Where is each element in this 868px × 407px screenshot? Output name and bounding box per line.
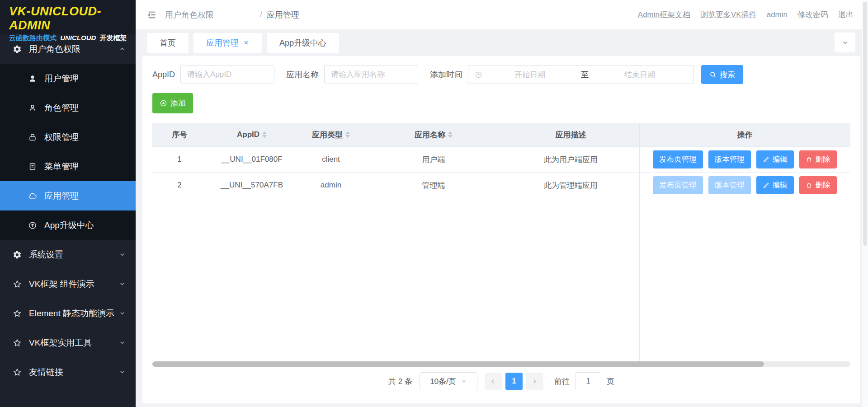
- sidebar-item-label: 角色管理: [44, 102, 79, 114]
- sidebar-item-label: 用户管理: [44, 73, 79, 84]
- sort-icon[interactable]: [345, 131, 350, 138]
- main-area: 用户角色权限 / 应用管理 Admin框架文档 浏览更多VK插件 admin 修…: [136, 0, 868, 407]
- sidebar-item-app-mgmt[interactable]: 应用管理: [0, 181, 136, 211]
- appid-label: AppID: [152, 70, 175, 80]
- horizontal-scrollbar-thumb[interactable]: [152, 361, 764, 367]
- edit-button[interactable]: 编辑: [756, 150, 794, 168]
- col-app-name: 应用名称: [365, 123, 502, 146]
- cell-appid: __UNI__570A7FB: [207, 173, 297, 198]
- admin-doc-link[interactable]: Admin框架文档: [638, 9, 690, 20]
- version-mgmt-button[interactable]: 版本管理: [708, 150, 751, 168]
- sidebar-item-label: 友情链接: [29, 366, 63, 378]
- version-mgmt-button-disabled: 版本管理: [708, 176, 751, 194]
- sidebar-item-user-role-perm[interactable]: 用户角色权限: [0, 34, 136, 64]
- chevron-down-icon: [119, 310, 126, 317]
- sidebar-item-system-settings[interactable]: 系统设置: [0, 240, 136, 269]
- star-icon: [13, 368, 22, 377]
- sidebar-item-label: VK框架实用工具: [29, 337, 92, 349]
- tab-label: 首页: [160, 37, 176, 48]
- total-count: 共 2 条: [388, 376, 412, 387]
- trash-icon: [806, 182, 812, 189]
- header-links: Admin框架文档 浏览更多VK插件 admin 修改密码 退出: [638, 9, 854, 20]
- tab-label: 应用管理: [206, 37, 239, 48]
- page-size-select[interactable]: 10条/页: [420, 372, 477, 390]
- horizontal-scrollbar: [152, 361, 850, 367]
- goto-label: 前往: [554, 376, 570, 387]
- sidebar-item-label: 用户角色权限: [29, 43, 80, 55]
- plus-circle-icon: [160, 99, 167, 107]
- cell-app-name: 管理端: [365, 173, 502, 198]
- table-body: 1 __UNI__01F080F client 用户端 此为用户端应用 发布页管…: [152, 147, 850, 198]
- appid-input[interactable]: [180, 65, 274, 84]
- cloud-icon: [28, 192, 37, 201]
- user-icon: [28, 74, 37, 83]
- date-range-picker[interactable]: 开始日期 至 结束日期: [468, 65, 694, 84]
- edit-button[interactable]: 编辑: [756, 176, 794, 194]
- publish-page-button[interactable]: 发布页管理: [653, 150, 703, 168]
- content-card: AppID 应用名称 添加时间 开始日期 至 结束日期 搜索 添加: [142, 56, 860, 403]
- end-date-placeholder[interactable]: 结束日期: [592, 70, 687, 80]
- sidebar-item-links[interactable]: 友情链接: [0, 357, 136, 387]
- chevron-down-icon: [119, 281, 126, 287]
- star-icon: [13, 338, 22, 347]
- tab-home[interactable]: 首页: [147, 33, 189, 53]
- chevron-down-icon: [841, 39, 849, 47]
- gear-icon: [13, 45, 22, 54]
- app-name-input[interactable]: [324, 65, 418, 84]
- collapse-sidebar-icon[interactable]: [147, 10, 157, 20]
- tab-bar: 首页 应用管理 App升级中心: [136, 29, 868, 56]
- cell-app-name: 用户端: [365, 147, 502, 172]
- clock-icon: [475, 71, 482, 79]
- cell-app-desc: 此为用户端应用: [502, 147, 639, 172]
- sidebar-item-user-mgmt[interactable]: 用户管理: [0, 64, 136, 93]
- sidebar-item-label: VK框架 组件演示: [29, 278, 94, 290]
- upload-circle-icon: [28, 221, 37, 230]
- chevron-down-icon: [461, 378, 467, 384]
- tab-app-mgmt[interactable]: 应用管理: [193, 33, 262, 53]
- change-password-link[interactable]: 修改密码: [797, 9, 828, 20]
- tab-label: App升级中心: [279, 37, 326, 48]
- sort-icon[interactable]: [448, 131, 453, 138]
- tabs-dropdown-button[interactable]: [835, 33, 855, 52]
- pagination: 共 2 条 10条/页 1 前往 页: [142, 372, 860, 390]
- close-icon[interactable]: [243, 40, 249, 46]
- lock-icon: [28, 133, 37, 142]
- logout-link[interactable]: 退出: [838, 9, 854, 20]
- start-date-placeholder[interactable]: 开始日期: [482, 70, 577, 80]
- sort-icon[interactable]: [262, 131, 267, 138]
- sidebar-item-vk-tools[interactable]: VK框架实用工具: [0, 328, 136, 357]
- table-row: 2 __UNI__570A7FB admin 管理端 此为管理端应用 发布页管理…: [152, 173, 850, 198]
- breadcrumb-separator: /: [260, 10, 262, 19]
- sidebar-item-label: App升级中心: [44, 220, 94, 231]
- sidebar-item-app-upgrade[interactable]: App升级中心: [0, 211, 136, 240]
- cell-app-desc: 此为管理端应用: [502, 173, 639, 198]
- cell-actions: 发布页管理 版本管理 编辑 删除: [639, 147, 850, 172]
- search-button[interactable]: 搜索: [701, 65, 743, 84]
- search-icon: [709, 71, 717, 78]
- prev-page-button[interactable]: [485, 373, 502, 390]
- table-header-row: 序号 AppID 应用类型 应用名称 应用描述 操作: [152, 123, 850, 147]
- username-menu[interactable]: admin: [767, 10, 788, 19]
- sidebar-item-label: Element 静态功能演示: [29, 308, 114, 319]
- sidebar-item-vk-components[interactable]: VK框架 组件演示: [0, 269, 136, 299]
- app-logo: VK-UNICLOUD-ADMIN 云函数路由模式 UNICLOUD 开发框架: [0, 0, 136, 34]
- sidebar-item-menu-mgmt[interactable]: 菜单管理: [0, 152, 136, 181]
- sidebar-item-label: 应用管理: [44, 190, 79, 202]
- goto-page-input[interactable]: [575, 372, 601, 390]
- more-plugins-link[interactable]: 浏览更多VK插件: [700, 9, 757, 20]
- delete-button[interactable]: 删除: [799, 150, 837, 168]
- page-number-active[interactable]: 1: [505, 373, 523, 390]
- col-app-type: 应用类型: [297, 123, 365, 146]
- next-page-button[interactable]: [526, 373, 543, 390]
- sidebar-item-element-demo[interactable]: Element 静态功能演示: [0, 299, 136, 328]
- tab-app-upgrade[interactable]: App升级中心: [267, 33, 339, 53]
- sidebar-item-perm-mgmt[interactable]: 权限管理: [0, 122, 136, 152]
- sidebar-item-label: 系统设置: [29, 249, 63, 261]
- add-button[interactable]: 添加: [152, 93, 193, 113]
- delete-button[interactable]: 删除: [799, 176, 837, 194]
- top-header: 用户角色权限 / 应用管理 Admin框架文档 浏览更多VK插件 admin 修…: [136, 0, 868, 29]
- vertical-scrollbar-thumb[interactable]: [863, 2, 867, 246]
- cell-app-type: client: [297, 147, 365, 172]
- chevron-down-icon: [119, 369, 126, 375]
- sidebar-item-role-mgmt[interactable]: 角色管理: [0, 93, 136, 122]
